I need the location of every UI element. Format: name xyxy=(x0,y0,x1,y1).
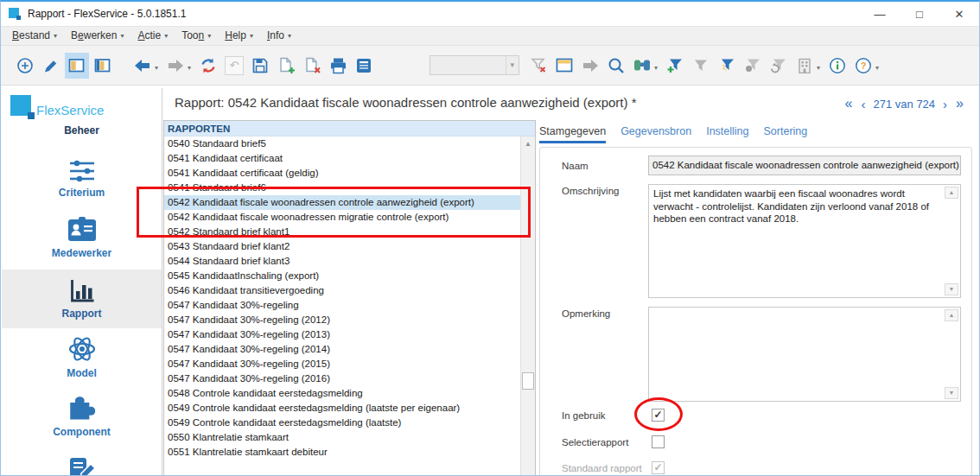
scroll-down-icon[interactable]: ▼ xyxy=(945,283,958,295)
standaard-rapport-checkbox[interactable]: ✓ xyxy=(652,461,665,474)
selectierapport-checkbox[interactable] xyxy=(652,435,665,448)
layout-left-icon[interactable] xyxy=(65,53,89,79)
sidebar-item-medewerker[interactable]: Medewerker xyxy=(2,214,162,261)
last-record-button[interactable]: » xyxy=(956,96,964,111)
omschrijving-textarea[interactable]: Lijst met kandidaten waarbij een fiscaal… xyxy=(648,184,961,298)
next-record-button[interactable]: › xyxy=(943,97,947,111)
list-item[interactable]: 0542 Kandidaat fiscale woonadressen migr… xyxy=(164,210,520,225)
organization-icon[interactable] xyxy=(792,53,817,79)
list-item[interactable]: 0548 Controle kandidaat eerstedagsmeldin… xyxy=(164,386,520,401)
report-view-icon[interactable] xyxy=(352,53,376,79)
delete-document-icon[interactable] xyxy=(300,53,324,79)
menu-toon[interactable]: Toon▾ xyxy=(175,28,218,44)
sidebar-item-rapport[interactable]: Rapport xyxy=(2,270,162,328)
forward-icon[interactable] xyxy=(163,53,188,79)
naam-input[interactable]: 0542 Kandidaat fiscale woonadressen cont… xyxy=(648,155,961,175)
new-window-icon[interactable] xyxy=(552,53,576,79)
menu-help[interactable]: Help▾ xyxy=(218,28,260,44)
scroll-up-icon[interactable]: ▲ xyxy=(521,136,535,151)
search-icon[interactable] xyxy=(604,53,628,79)
sidebar-item-model[interactable]: Model xyxy=(2,335,162,378)
toolbar: ▾ ▾ ↶ ▾ ▾ ▾ ?▾ xyxy=(1,46,979,86)
sidebar-item-criterium[interactable]: Criterium xyxy=(2,157,162,200)
go-icon[interactable] xyxy=(578,53,602,79)
omschrijving-text: Lijst met kandidaten waarbij een fiscaal… xyxy=(653,188,929,224)
minimize-button[interactable]: — xyxy=(860,2,900,26)
scroll-down-icon[interactable]: ▼ xyxy=(945,387,958,399)
list-item[interactable]: 0551 Klantrelatie stamkaart debiteur xyxy=(164,445,520,460)
edit-icon[interactable] xyxy=(39,53,63,79)
print-icon[interactable] xyxy=(326,53,350,79)
back-icon[interactable] xyxy=(130,53,155,79)
list-item[interactable]: 0544 Standaard brief klant3 xyxy=(164,254,520,269)
record-position-label: 271 van 724 xyxy=(874,98,936,111)
forward-dropdown-icon[interactable]: ▾ xyxy=(188,64,191,72)
sidebar-item-partial[interactable] xyxy=(2,451,162,476)
selectierapport-label: Selectierapport xyxy=(562,437,628,447)
filter-icon[interactable] xyxy=(689,53,713,79)
list-header: RAPPORTEN xyxy=(164,121,535,136)
in-gebruik-checkbox[interactable]: ✓ xyxy=(652,409,665,422)
sidebar-item-component[interactable]: Component xyxy=(2,390,162,441)
tab-sortering[interactable]: Sortering xyxy=(764,125,808,143)
scrollbar-thumb[interactable] xyxy=(522,372,534,390)
tab-instelling[interactable]: Instelling xyxy=(706,125,748,143)
list-item[interactable]: 0550 Klantrelatie stamkaart xyxy=(164,430,520,445)
add-filter-icon[interactable] xyxy=(663,53,687,79)
list-item[interactable]: 0547 Kandidaat 30%-regeling xyxy=(164,298,520,313)
reset-filter-icon[interactable] xyxy=(767,53,791,79)
help-dropdown-icon[interactable]: ▾ xyxy=(875,64,879,72)
scroll-up-icon[interactable]: ▲ xyxy=(945,309,958,321)
in-gebruik-label: In gebruik xyxy=(562,410,606,421)
list-item[interactable]: 0549 Controle kandidaat eerstedagsmeldin… xyxy=(164,401,520,416)
list-item[interactable]: 0547 Kandidaat 30%-regeling (2015) xyxy=(164,357,520,371)
list-scrollbar[interactable]: ▲ xyxy=(520,136,535,476)
first-record-button[interactable]: « xyxy=(845,96,853,111)
menu-bestand[interactable]: Bestand▾ xyxy=(5,28,64,44)
add-icon[interactable] xyxy=(13,53,37,79)
info-icon[interactable] xyxy=(825,53,850,79)
list-item[interactable]: 0547 Kandidaat 30%-regeling (2014) xyxy=(164,342,520,357)
maximize-button[interactable]: □ xyxy=(900,2,939,26)
menu-bewerken[interactable]: Bewerken▾ xyxy=(64,28,130,44)
clear-filter-icon[interactable] xyxy=(526,53,550,79)
list-item[interactable]: 0547 Kandidaat 30%-regeling (2013) xyxy=(164,327,520,342)
undo-icon[interactable]: ↶ xyxy=(222,53,246,79)
list-item[interactable]: 0543 Standaard brief klant2 xyxy=(164,239,520,254)
sidebar-item-label: Model xyxy=(67,367,97,379)
list-item[interactable]: 0546 Kandidaat transitievergoeding xyxy=(164,283,520,298)
list-item[interactable]: 0541 Standaard brief6 xyxy=(164,181,520,195)
hold-filter-icon[interactable] xyxy=(741,53,765,79)
list-item[interactable]: 0542 Kandidaat fiscale woonadressen cont… xyxy=(164,195,520,210)
help-icon[interactable]: ? xyxy=(851,53,875,79)
close-button[interactable]: ✕ xyxy=(939,2,979,26)
list-item[interactable]: 0545 KandidaatInschaling (export) xyxy=(164,269,520,283)
main-panel: Rapport: 0542 Kandidaat fiscale woonadre… xyxy=(162,88,978,475)
layout-right-icon[interactable] xyxy=(91,53,115,79)
list-item[interactable]: 0542 Standaard brief klant1 xyxy=(164,225,520,239)
new-document-icon[interactable] xyxy=(274,53,298,79)
back-dropdown-icon[interactable]: ▾ xyxy=(155,64,158,72)
organization-dropdown-icon[interactable]: ▾ xyxy=(817,64,820,72)
opmerking-textarea[interactable]: ▲ ▼ xyxy=(648,307,961,402)
tab-stamgegeven[interactable]: Stamgegeven xyxy=(539,125,606,143)
refresh-icon[interactable] xyxy=(196,53,220,79)
list-item[interactable]: 0541 Kandidaat certificaat xyxy=(164,151,520,166)
quick-filter-icon[interactable] xyxy=(715,53,739,79)
save-icon[interactable] xyxy=(248,53,272,79)
filter-combobox[interactable]: ▾ xyxy=(430,55,519,75)
flexservice-logo-text: FlexService xyxy=(36,103,104,117)
menu-actie[interactable]: Actie▾ xyxy=(130,28,175,44)
find-icon[interactable] xyxy=(630,53,654,79)
edit-document-icon xyxy=(67,455,97,476)
list-item[interactable]: 0549 Controle kandidaat eerstedagsmeldin… xyxy=(164,416,520,430)
find-dropdown-icon[interactable]: ▾ xyxy=(654,64,658,72)
menu-info[interactable]: Info▾ xyxy=(260,28,298,44)
tab-gegevensbron[interactable]: Gegevensbron xyxy=(620,125,691,143)
list-item[interactable]: 0547 Kandidaat 30%-regeling (2016) xyxy=(164,371,520,386)
scroll-up-icon[interactable]: ▲ xyxy=(945,187,958,199)
list-item[interactable]: 0541 Kandidaat certificaat (geldig) xyxy=(164,166,520,181)
list-item[interactable]: 0547 Kandidaat 30%-regeling (2012) xyxy=(164,313,520,327)
list-item[interactable]: 0540 Standaard brief5 xyxy=(164,136,520,151)
previous-record-button[interactable]: ‹ xyxy=(862,97,866,111)
